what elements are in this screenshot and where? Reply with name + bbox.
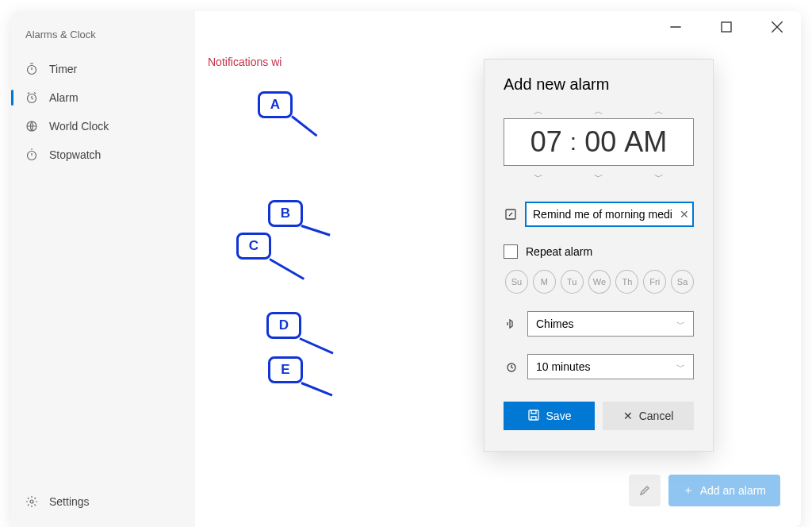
- callout-b: B: [268, 200, 303, 227]
- alarm-name-input[interactable]: [525, 202, 694, 227]
- hour-up[interactable]: ︿: [534, 105, 543, 118]
- chevron-down-icon: ﹀: [676, 318, 685, 330]
- save-icon: [527, 409, 540, 424]
- sound-value: Chimes: [536, 317, 573, 330]
- sidebar-item-stopwatch[interactable]: Stopwatch: [11, 140, 195, 169]
- day-fr[interactable]: Fri: [643, 270, 666, 294]
- stopwatch-icon: [25, 148, 38, 161]
- sound-icon: [504, 317, 519, 330]
- close-icon: ✕: [623, 410, 633, 422]
- hour-down[interactable]: ﹀: [534, 171, 543, 184]
- day-sa[interactable]: Sa: [671, 270, 694, 294]
- repeat-label: Repeat alarm: [526, 245, 592, 258]
- period-down[interactable]: ﹀: [654, 171, 664, 184]
- notification-warning: Notifications wi: [208, 56, 282, 68]
- sidebar-item-world-clock[interactable]: World Clock: [11, 112, 195, 140]
- sound-select[interactable]: Chimes ﹀: [527, 311, 694, 337]
- svg-rect-5: [722, 22, 731, 32]
- nav-label: Settings: [49, 495, 90, 508]
- hour-value: 07: [530, 125, 562, 159]
- save-button[interactable]: Save: [504, 402, 595, 430]
- minute-value: 00: [584, 125, 616, 159]
- window-controls: [660, 16, 793, 38]
- app-title: Alarms & Clock: [11, 25, 195, 55]
- period-value: AM: [624, 125, 667, 159]
- callout-c: C: [236, 233, 271, 260]
- edit-icon: [504, 208, 517, 221]
- add-alarm-dialog: Add new alarm ︿ ︿ ︿ 07 : 00 AM ﹀ ﹀ ﹀: [484, 59, 714, 452]
- nav-label: World Clock: [49, 120, 109, 133]
- close-button[interactable]: [761, 16, 793, 38]
- add-alarm-button[interactable]: ＋ Add an alarm: [668, 475, 780, 506]
- nav-label: Alarm: [49, 91, 79, 104]
- day-we[interactable]: We: [588, 270, 611, 294]
- sidebar: Alarms & Clock Timer Alarm World Clock S…: [11, 11, 195, 527]
- repeat-checkbox[interactable]: [504, 244, 518, 259]
- day-th[interactable]: Th: [615, 270, 638, 294]
- sidebar-item-settings[interactable]: Settings: [11, 487, 195, 516]
- nav-label: Stopwatch: [49, 148, 101, 161]
- minimize-button[interactable]: [660, 16, 691, 38]
- callout-a: A: [258, 91, 293, 118]
- period-up[interactable]: ︿: [654, 105, 664, 118]
- callout-d: D: [266, 312, 301, 339]
- alarm-icon: [25, 91, 38, 104]
- add-alarm-label: Add an alarm: [700, 484, 766, 497]
- svg-rect-8: [529, 410, 538, 420]
- snooze-value: 10 minutes: [536, 360, 590, 373]
- day-su[interactable]: Su: [505, 270, 528, 294]
- minute-down[interactable]: ﹀: [594, 171, 603, 184]
- nav-label: Timer: [49, 63, 77, 75]
- edit-alarms-button[interactable]: [629, 475, 661, 506]
- app-window: Alarms & Clock Timer Alarm World Clock S…: [11, 11, 801, 527]
- callout-e: E: [268, 356, 303, 383]
- day-tu[interactable]: Tu: [561, 270, 584, 294]
- minute-up[interactable]: ︿: [594, 105, 603, 118]
- day-mo[interactable]: M: [533, 270, 556, 294]
- fab-row: ＋ Add an alarm: [629, 475, 780, 506]
- time-picker[interactable]: 07 : 00 AM: [504, 118, 694, 166]
- plus-icon: ＋: [683, 483, 694, 498]
- timer-icon: [25, 63, 38, 75]
- sidebar-item-timer[interactable]: Timer: [11, 55, 195, 83]
- snooze-select[interactable]: 10 minutes ﹀: [527, 354, 694, 379]
- sidebar-item-alarm[interactable]: Alarm: [11, 83, 195, 112]
- save-label: Save: [546, 410, 572, 422]
- dialog-title: Add new alarm: [504, 75, 694, 94]
- svg-point-4: [30, 500, 33, 503]
- globe-icon: [25, 120, 38, 133]
- cancel-label: Cancel: [639, 410, 674, 422]
- chevron-down-icon: ﹀: [676, 361, 685, 373]
- clear-name-button[interactable]: ✕: [680, 208, 689, 221]
- cancel-button[interactable]: ✕ Cancel: [603, 402, 694, 430]
- gear-icon: [25, 495, 38, 508]
- day-picker: Su M Tu We Th Fri Sa: [505, 270, 694, 294]
- time-separator: :: [570, 129, 576, 156]
- maximize-button[interactable]: [710, 16, 742, 38]
- snooze-icon: [504, 360, 519, 373]
